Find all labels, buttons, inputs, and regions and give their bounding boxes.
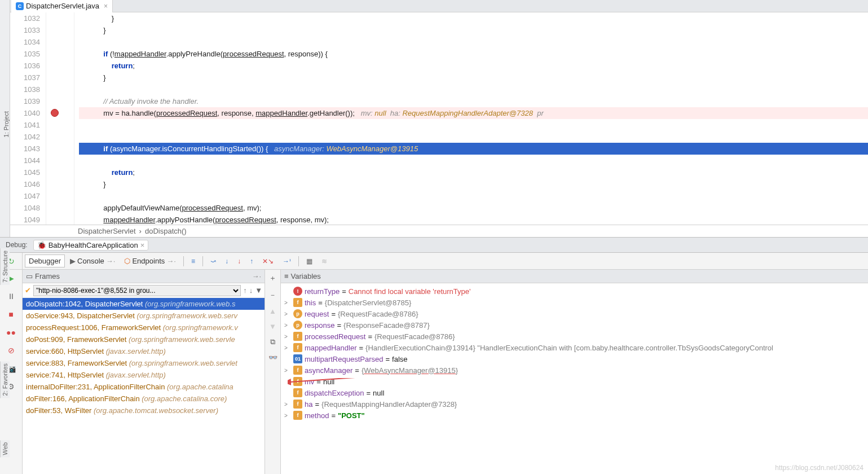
remove-watch-icon[interactable]: － bbox=[269, 290, 276, 300]
stop-icon[interactable]: ■ bbox=[6, 309, 16, 319]
stack-frame[interactable]: processRequest:1006, FrameworkServlet (o… bbox=[23, 322, 265, 333]
check-icon: ✔ bbox=[25, 286, 31, 295]
breakpoints-icon[interactable]: ●● bbox=[6, 327, 16, 337]
stack-frame[interactable]: service:883, FrameworkServlet (org.sprin… bbox=[23, 357, 265, 369]
close-icon[interactable]: × bbox=[140, 241, 145, 249]
variable-row[interactable]: > f asyncManager = {WebAsyncManager@1391… bbox=[281, 365, 868, 376]
variables-list[interactable]: ! returnType = Cannot find local variabl… bbox=[281, 283, 868, 474]
stack-frame[interactable]: doService:943, DispatcherServlet (org.sp… bbox=[23, 310, 265, 322]
step-out-icon[interactable]: ↑ bbox=[246, 255, 257, 267]
stack-frame[interactable]: service:741, HttpServlet (javax.servlet.… bbox=[23, 369, 265, 381]
code-line[interactable]: } bbox=[79, 73, 106, 82]
code-line[interactable]: mv = ha.handle(processedRequest, respons… bbox=[79, 107, 868, 119]
expand-icon[interactable]: > bbox=[284, 300, 291, 306]
glasses-icon[interactable]: 👓 bbox=[268, 353, 277, 362]
code-line[interactable]: mappedHandler.applyPostHandle(processedR… bbox=[79, 216, 329, 224]
variable-row[interactable]: > f mappedHandler = {HandlerExecutionCha… bbox=[281, 342, 868, 353]
var-value: {HandlerExecutionChain@13914} "HandlerEx… bbox=[365, 344, 773, 352]
variables-panel: ＋ － ▲ ▼ ⧉ 👓 ≡ Variables ! returnType = C… bbox=[265, 270, 868, 474]
breadcrumb-method[interactable]: doDispatch() bbox=[145, 227, 187, 235]
variable-row[interactable]: f dispatchException = null bbox=[281, 387, 868, 398]
variable-row[interactable]: f mv = null bbox=[281, 376, 868, 387]
up-icon[interactable]: ▲ bbox=[269, 307, 276, 315]
expand-icon[interactable] bbox=[284, 288, 291, 295]
code-line[interactable]: applyDefaultViewName(processedRequest, m… bbox=[79, 204, 261, 212]
var-type-icon: f bbox=[293, 332, 302, 341]
prev-frame-icon[interactable]: ↑ bbox=[243, 286, 247, 295]
variable-row[interactable]: > p request = {RequestFacade@8786} bbox=[281, 308, 868, 319]
variable-row[interactable]: > p response = {ResponseFacade@8787} bbox=[281, 319, 868, 331]
expand-icon[interactable]: > bbox=[284, 412, 291, 419]
code-line[interactable]: } bbox=[79, 14, 114, 23]
trace-icon[interactable]: ≋ bbox=[318, 255, 331, 267]
variable-row[interactable]: > f processedRequest = {RequestFacade@87… bbox=[281, 331, 868, 342]
force-step-into-icon[interactable]: ↓ bbox=[233, 255, 245, 267]
step-into-icon[interactable]: ↓ bbox=[221, 255, 232, 267]
code-line[interactable]: // Actually invoke the handler. bbox=[79, 97, 199, 106]
stack-frame[interactable]: service:660, HttpServlet (javax.servlet.… bbox=[23, 345, 265, 357]
code-line[interactable]: } bbox=[79, 26, 106, 34]
evaluate-icon[interactable]: ▦ bbox=[302, 255, 316, 267]
expand-icon[interactable]: > bbox=[284, 322, 291, 328]
add-watch-icon[interactable]: ＋ bbox=[269, 273, 276, 283]
thread-selector-row: ✔ "http-nio-8086-exec-1"@8,552 in grou..… bbox=[23, 283, 265, 298]
thread-select[interactable]: "http-nio-8086-exec-1"@8,552 in grou... bbox=[33, 285, 241, 296]
sidebar-project[interactable]: 1: Project bbox=[3, 111, 10, 137]
variables-title: Variables bbox=[291, 272, 321, 280]
var-name: request bbox=[305, 310, 329, 318]
expand-icon[interactable]: > bbox=[284, 311, 291, 317]
expand-icon[interactable]: > bbox=[284, 333, 291, 340]
variable-row[interactable]: ! returnType = Cannot find local variabl… bbox=[281, 286, 868, 297]
step-over-icon[interactable]: ⤻ bbox=[206, 255, 220, 267]
variable-row[interactable]: > f method = "POST" bbox=[281, 410, 868, 421]
threads-icon[interactable]: ≡ bbox=[187, 255, 199, 267]
editor-column: C DispatcherServlet.java × 1032103310341… bbox=[10, 0, 868, 237]
breadcrumb-class[interactable]: DispatcherServlet bbox=[78, 227, 136, 235]
mute-breakpoints-icon[interactable]: ⊘ bbox=[6, 345, 16, 356]
frame-list[interactable]: doDispatch:1042, DispatcherServlet (org.… bbox=[23, 298, 265, 474]
restore-layout-icon[interactable]: →· bbox=[252, 272, 261, 280]
variable-row[interactable]: > f this = {DispatcherServlet@8785} bbox=[281, 297, 868, 308]
var-name: mappedHandler bbox=[305, 344, 357, 352]
variable-row[interactable]: > f ha = {RequestMappingHandlerAdapter@7… bbox=[281, 398, 868, 410]
expand-icon[interactable]: > bbox=[284, 367, 291, 374]
var-value: {RequestMappingHandlerAdapter@7328} bbox=[321, 400, 457, 409]
expand-icon[interactable] bbox=[284, 356, 291, 362]
expand-icon[interactable] bbox=[284, 390, 291, 396]
copy-icon[interactable]: ⧉ bbox=[270, 337, 275, 346]
var-value: {RequestFacade@8786} bbox=[374, 332, 455, 341]
stack-frame[interactable]: internalDoFilter:231, ApplicationFilterC… bbox=[23, 381, 265, 393]
down-icon[interactable]: ▼ bbox=[269, 322, 276, 331]
stack-frame[interactable]: doDispatch:1042, DispatcherServlet (org.… bbox=[23, 298, 265, 310]
variable-row[interactable]: 01 multipartRequestParsed = false bbox=[281, 353, 868, 365]
run-to-cursor-icon[interactable]: →ᶦ bbox=[279, 255, 295, 267]
run-config-chip[interactable]: 🐞 BabyHealthCareApplication × bbox=[33, 240, 149, 251]
code-line[interactable]: return; bbox=[79, 168, 135, 177]
tab-debugger[interactable]: Debugger bbox=[25, 254, 65, 267]
sidebar-structure[interactable]: 7: Structure bbox=[0, 248, 10, 285]
var-name: asyncManager bbox=[305, 366, 353, 375]
sidebar-web[interactable]: Web bbox=[0, 440, 10, 457]
filter-icon[interactable]: ▼ bbox=[255, 286, 262, 295]
expand-icon[interactable]: > bbox=[284, 345, 291, 351]
file-tab[interactable]: C DispatcherServlet.java × bbox=[11, 0, 113, 12]
tab-endpoints[interactable]: ⬡Endpoints→· bbox=[120, 254, 179, 267]
expand-icon[interactable]: > bbox=[284, 401, 291, 407]
code-line[interactable]: if (asyncManager.isConcurrentHandlingSta… bbox=[79, 143, 868, 155]
pause-icon[interactable]: ⏸ bbox=[6, 291, 16, 301]
var-value: false bbox=[392, 355, 407, 363]
stack-frame[interactable]: doFilter:166, ApplicationFilterChain (or… bbox=[23, 393, 265, 405]
code-editor[interactable]: 1032103310341035103610371038103910401041… bbox=[10, 12, 868, 225]
tab-console[interactable]: ▶Console→· bbox=[66, 254, 119, 267]
variables-header: ≡ Variables bbox=[281, 270, 868, 283]
close-icon[interactable]: × bbox=[104, 2, 108, 10]
code-line[interactable]: return; bbox=[79, 62, 135, 70]
code-line[interactable]: if (!mappedHandler.applyPreHandle(proces… bbox=[79, 50, 328, 58]
stack-frame[interactable]: doFilter:53, WsFilter (org.apache.tomcat… bbox=[23, 405, 265, 416]
sidebar-favorites[interactable]: 2: Favorites bbox=[0, 361, 10, 398]
next-frame-icon[interactable]: ↓ bbox=[249, 286, 253, 295]
code-line[interactable]: } bbox=[79, 180, 106, 188]
var-name: method bbox=[305, 411, 329, 420]
drop-frame-icon[interactable]: ✕↘ bbox=[258, 255, 277, 267]
stack-frame[interactable]: doPost:909, FrameworkServlet (org.spring… bbox=[23, 333, 265, 345]
